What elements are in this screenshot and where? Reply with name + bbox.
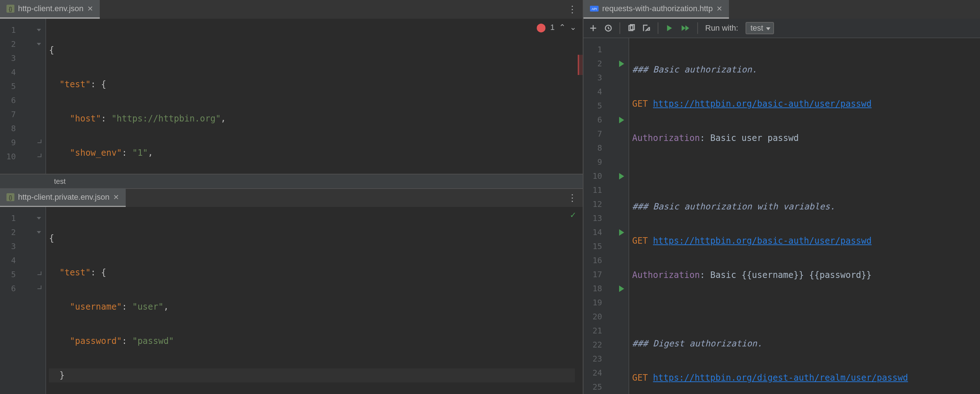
tabbar-right: API requests-with-authorization.http ✕ [584,0,980,19]
run-request-icon[interactable] [619,173,624,180]
fold-end-icon [37,289,41,289]
tab-label: http-client.private.env.json [18,193,110,202]
code-area[interactable]: ### Basic authorization. GET https://htt… [629,38,980,394]
tab-label: requests-with-authorization.http [602,4,713,13]
fold-icon[interactable] [37,231,41,234]
tab-env-json[interactable]: {} http-client.env.json ✕ [0,0,100,19]
tabbar-left-bottom: {} http-client.private.env.json ✕ ⋮ [0,188,583,207]
tab-private-env-json[interactable]: {} http-client.private.env.json ✕ [0,188,126,207]
fold-icon[interactable] [37,29,41,31]
breadcrumb[interactable]: test [0,174,583,188]
fold-column [20,19,46,174]
fold-end-icon [37,156,41,157]
json-file-icon: {} [6,193,14,201]
close-icon[interactable]: ✕ [113,193,119,201]
run-request-icon[interactable] [619,117,624,123]
run-gutter [606,38,630,394]
history-icon[interactable] [605,24,612,32]
error-stripe[interactable] [578,55,583,75]
svg-text:{}: {} [9,195,12,200]
copy-icon[interactable] [627,24,635,32]
run-icon[interactable] [666,24,673,32]
error-count: 1 [550,23,555,32]
env-selector[interactable]: test [746,22,774,34]
editor-http-requests[interactable]: 12 34 56 78 910 1112 1314 1516 1718 1920… [584,38,980,394]
fold-icon[interactable] [37,217,41,220]
run-with-label: Run with: [705,24,738,33]
api-file-icon: API [590,5,598,13]
error-icon: ⬤ [536,22,546,32]
tab-label: http-client.env.json [18,4,84,13]
run-request-icon[interactable] [619,61,624,67]
ok-icon: ✓ [570,211,576,220]
tab-menu-icon[interactable]: ⋮ [568,4,578,15]
svg-text:{}: {} [9,6,12,12]
editor-env-json[interactable]: 12 34 56 78 910 { "test": { "host": "htt… [0,19,583,174]
tab-menu-icon[interactable]: ⋮ [568,193,578,203]
editor-private-env-json[interactable]: 12 34 56 { "test": { "username": "user",… [0,207,583,394]
inspection-status[interactable]: ✓ [570,211,576,220]
fold-end-icon [37,274,41,275]
gutter: 12 34 56 78 910 1112 1314 1516 1718 1920… [584,38,606,394]
gutter: 12 34 56 [0,207,20,394]
run-request-icon[interactable] [619,229,624,236]
json-file-icon: {} [6,5,14,13]
tab-http-requests[interactable]: API requests-with-authorization.http ✕ [584,0,729,19]
add-request-icon[interactable] [589,24,597,32]
inspection-status[interactable]: ⬤ 1 ⌃ ⌄ [536,22,576,32]
code-area[interactable]: { "test": { "host": "https://httpbin.org… [46,19,583,174]
close-icon[interactable]: ✕ [87,4,93,13]
close-icon[interactable]: ✕ [716,4,722,13]
run-all-icon[interactable] [681,24,690,32]
import-icon[interactable] [643,24,651,32]
fold-icon[interactable] [37,43,41,45]
gutter: 12 34 56 78 910 [0,19,20,174]
tabbar-left-top: {} http-client.env.json ✕ ⋮ [0,0,583,19]
code-area[interactable]: { "test": { "username": "user", "passwor… [46,207,583,394]
svg-text:API: API [592,7,597,11]
chevron-up-icon[interactable]: ⌃ [559,23,565,32]
http-client-toolbar: Run with: test [584,19,980,38]
fold-end-icon [37,142,41,143]
chevron-down-icon[interactable]: ⌄ [570,23,576,32]
run-request-icon[interactable] [619,286,624,292]
fold-column [20,207,46,394]
